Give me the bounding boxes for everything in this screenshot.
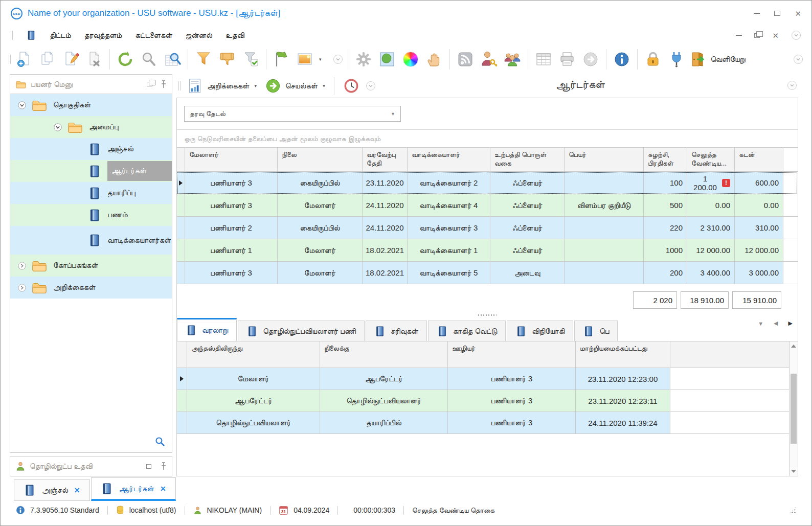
history-row[interactable]: மேலாளர் ஆபரேட்டர் பணியாளர் 3 23.11.2020 … <box>177 368 798 390</box>
user-permissions-button[interactable] <box>478 48 500 71</box>
resize-grip[interactable] <box>789 507 796 514</box>
column-header[interactable]: உற்பத்தி பொருள் வகை <box>490 147 565 172</box>
column-header[interactable]: நிலைக்கு <box>320 341 448 368</box>
image-button[interactable] <box>295 48 316 71</box>
close-tab-icon[interactable]: ✕ <box>74 486 80 494</box>
tree-search-icon[interactable] <box>154 436 166 447</box>
column-header[interactable]: சுழற்சி, பிரதிகள் <box>644 147 687 172</box>
collapse-group-icon[interactable] <box>333 54 343 64</box>
child-restore-button[interactable] <box>754 33 760 38</box>
sidebar-item-customers[interactable]: வாடிக்கையாளர்கள் <box>10 226 172 255</box>
window-tab-orders[interactable]: ஆர்டர்கள் ✕ <box>91 477 176 501</box>
toolbar-grip[interactable] <box>11 31 13 40</box>
sidebar-item-mail[interactable]: அஞ்சல் <box>10 138 172 160</box>
history-row[interactable]: தொழில்நுட்பவியலாளர் தயாரிப்பில் பணியாளர்… <box>177 412 798 434</box>
edit-record-button[interactable] <box>60 48 81 71</box>
table-row[interactable]: பணியாளர் 1 மேலாளர் 18.02.2021 வாடிக்கையா… <box>177 239 798 262</box>
sidebar-item-directories[interactable]: கோப்பகங்கள் <box>10 255 172 277</box>
scroll-up-icon[interactable] <box>791 345 796 348</box>
sidebar-item-setup[interactable]: அமைப்பு <box>10 116 172 138</box>
child-minimize-button[interactable] <box>736 35 742 36</box>
child-close-button[interactable]: ✕ <box>772 32 779 39</box>
vertical-scrollbar[interactable] <box>789 341 798 476</box>
table-row[interactable]: பணியாளர் 2 கையிருப்பில் 24.11.2020 வாடிக… <box>177 217 798 239</box>
collapse-group-icon[interactable] <box>366 81 376 91</box>
tech-support-panel[interactable]: தொழில்நுட்ப உதவி <box>10 456 172 476</box>
close-tab-icon[interactable]: ✕ <box>160 485 166 493</box>
color-wheel-button[interactable] <box>400 48 421 71</box>
hand-button[interactable] <box>423 48 445 71</box>
table-row[interactable]: பணியாளர் 3 மேலாளர் 18.02.2021 வாடிக்கையா… <box>177 262 798 284</box>
collapse-menu-icon[interactable] <box>791 30 801 40</box>
table-row[interactable]: பணியாளர் 3 கையிருப்பில் 23.11.2020 வாடிக… <box>177 172 798 194</box>
close-button[interactable]: ✕ <box>795 10 801 17</box>
filter-button[interactable] <box>193 48 214 71</box>
column-header[interactable]: வரவேற்பு தேதி <box>363 147 408 172</box>
tab-scroll-left[interactable]: ◀ <box>774 320 778 327</box>
toolbar-grip[interactable] <box>9 55 11 64</box>
menu-database[interactable]: தரவுத்தளம் <box>84 31 122 40</box>
print-button[interactable] <box>556 48 578 71</box>
reports-menu-button[interactable]: அறிக்கைகள்▾ <box>185 77 259 95</box>
tab-paper-cutting[interactable]: காகித வெட்டு <box>428 321 506 341</box>
lock-button[interactable] <box>642 48 664 71</box>
image-dropdown-caret[interactable]: ▾ <box>319 57 322 62</box>
collapse-toolbar-icon[interactable] <box>793 54 803 64</box>
column-header[interactable]: அந்தஸ்திலிருந்து <box>187 341 320 368</box>
column-header[interactable]: மேலாளர் <box>185 147 278 172</box>
rss-button[interactable] <box>455 48 476 71</box>
menu-help[interactable]: உதவி <box>225 31 244 40</box>
maximize-panel-button[interactable] <box>146 464 151 469</box>
history-row[interactable]: ஆபரேட்டர் தொழில்நுட்பவியலாளர் பணியாளர் 3… <box>177 390 798 412</box>
scheduler-button[interactable] <box>341 77 362 95</box>
advanced-search-button[interactable] <box>162 48 183 71</box>
menu-program[interactable]: திட்டம் <box>50 31 71 40</box>
tab-truncated[interactable]: பெ <box>574 321 618 341</box>
column-header[interactable]: ஊழியர் <box>448 341 576 368</box>
sidebar-item-orders[interactable]: ஆர்டர்கள் <box>10 160 172 182</box>
search-button[interactable] <box>138 48 160 71</box>
filter-check-button[interactable] <box>240 48 261 71</box>
float-panel-button[interactable] <box>147 82 152 86</box>
map-button[interactable] <box>376 48 398 71</box>
scrollbar-thumb[interactable] <box>791 374 797 444</box>
expand-node-icon[interactable] <box>17 283 27 292</box>
tab-distribution[interactable]: விநியோகி <box>507 321 573 341</box>
tab-list-caret[interactable]: ▼ <box>758 321 763 327</box>
scroll-down-icon[interactable] <box>791 470 796 473</box>
users-button[interactable] <box>502 48 523 71</box>
delete-record-button[interactable] <box>83 48 105 71</box>
sidebar-item-reports[interactable]: அறிக்கைகள் <box>10 277 172 299</box>
filter-columns-button[interactable] <box>216 48 238 71</box>
copy-record-button[interactable] <box>36 48 58 71</box>
data-search-combo[interactable]: தரவு தேடல் ▼ <box>184 106 401 122</box>
refresh-button[interactable] <box>115 48 136 71</box>
column-header[interactable]: கடன் <box>735 147 783 172</box>
plugin-button[interactable] <box>666 48 687 71</box>
info-button[interactable] <box>611 48 633 71</box>
pin-icon[interactable] <box>161 80 167 88</box>
tab-technologist-work[interactable]: தொழில்நுட்பவியலாளர் பணி <box>238 321 365 341</box>
toolbar-grip[interactable] <box>178 81 181 90</box>
sidebar-item-money[interactable]: பணம் <box>10 204 172 226</box>
new-record-button[interactable] <box>13 48 34 71</box>
collapse-panel-icon[interactable] <box>787 80 797 90</box>
actions-menu-button[interactable]: செயல்கள்▾ <box>263 77 327 95</box>
tab-history[interactable]: வரலாறு <box>177 318 237 341</box>
tab-scroll-right[interactable]: ▶ <box>788 320 793 327</box>
export-button[interactable] <box>580 48 601 71</box>
minimize-button[interactable] <box>754 13 760 14</box>
collapse-node-icon[interactable] <box>53 123 62 132</box>
pin-icon[interactable] <box>161 462 167 470</box>
sidebar-item-production[interactable]: தயாரிப்பு <box>10 182 172 204</box>
column-header[interactable]: பெயர் <box>565 147 644 172</box>
expand-node-icon[interactable] <box>17 261 27 270</box>
settings-button[interactable] <box>353 48 374 71</box>
column-header[interactable]: வாடிக்கையாளர் <box>408 147 490 172</box>
exit-button[interactable]: வெளியேறு <box>689 48 746 71</box>
panel-splitter[interactable] <box>177 312 798 318</box>
table-row[interactable]: பணியாளர் 3 மேலாளர் 24.11.2020 வாடிக்கையா… <box>177 194 798 217</box>
sidebar-item-modules[interactable]: தொகுதிகள் <box>10 94 172 116</box>
menu-window[interactable]: ஜன்னல் <box>186 31 212 40</box>
maximize-button[interactable] <box>774 11 780 16</box>
